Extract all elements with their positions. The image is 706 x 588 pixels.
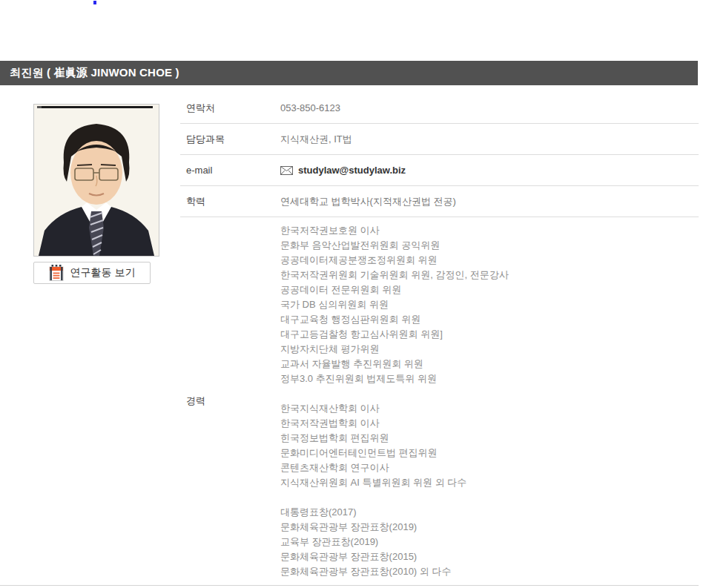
career-line: 문화부 음악산업발전위원회 공익위원 — [280, 238, 509, 253]
career-line: 한국저작권위원회 기술위원회 위원, 감정인, 전문강사 — [280, 268, 509, 283]
career-block-committees: 한국저작권보호원 이사문화부 음악산업발전위원회 공익위원공공데이터제공분쟁조정… — [280, 223, 509, 386]
career-line: 대통령표창(2017) — [280, 505, 509, 520]
research-activity-button-label: 연구활동 보기 — [70, 266, 136, 280]
envelope-icon — [280, 166, 293, 175]
career-value: 한국저작권보호원 이사문화부 음악산업발전위원회 공익위원공공데이터제공분쟁조정… — [280, 223, 509, 579]
profile-content: 연구활동 보기 연락처 053-850-6123 담당과목 지식재산권, IT법… — [0, 93, 699, 587]
education-label: 학력 — [180, 195, 280, 208]
career-line: 정부3.0 추진위원회 법제도특위 위원 — [280, 371, 509, 386]
email-link[interactable]: studylaw@studylaw.biz — [298, 165, 406, 176]
career-line: 문화미디어엔터테인먼트법 편집위원 — [280, 446, 509, 460]
career-line: 국가 DB 심의위원회 위원 — [280, 297, 509, 312]
career-line: 지식재산위원회 AI 특별위원회 위원 외 다수 — [280, 475, 509, 490]
contact-value: 053-850-6123 — [280, 102, 340, 113]
notepad-icon — [49, 265, 64, 281]
subjects-value: 지식재산권, IT법 — [280, 133, 352, 146]
career-row: 경력 한국저작권보호원 이사문화부 음악산업발전위원회 공익위원공공데이터제공분… — [180, 217, 699, 587]
blue-artifact-dot — [93, 1, 96, 4]
education-value: 연세대학교 법학박사(지적재산권법 전공) — [280, 195, 456, 208]
career-line: 교과서 자율발행 추진위원회 위원 — [280, 357, 509, 371]
table-bottom-divider — [0, 585, 699, 586]
profile-header-bar: 최진원 ( 崔眞源 JINWON CHOE ) — [0, 61, 698, 85]
contact-row: 연락처 053-850-6123 — [180, 93, 699, 124]
career-label: 경력 — [180, 394, 280, 408]
career-line: 한국저작권보호원 이사 — [280, 223, 509, 238]
contact-label: 연락처 — [180, 102, 280, 115]
info-table: 연락처 053-850-6123 담당과목 지식재산권, IT법 e-mail … — [180, 93, 699, 587]
subjects-label: 담당과목 — [180, 133, 280, 146]
career-line: 한국저작권법학회 이사 — [280, 416, 509, 431]
career-line: 문화체육관광부 장관표창(2015) — [280, 549, 509, 564]
career-line: 힌국정보법학회 편집위원 — [280, 431, 509, 446]
career-line: 대구고등검찰청 항고심사위원회 위원] — [280, 327, 509, 342]
subjects-row: 담당과목 지식재산권, IT법 — [180, 124, 699, 155]
career-block-societies: 한국지식재산학회 이사한국저작권법학회 이사힌국정보법학회 편집위원문화미디어엔… — [280, 401, 509, 490]
career-line: 공공데이터 전문위원회 위원 — [280, 283, 509, 297]
career-line: 한국지식재산학회 이사 — [280, 401, 509, 416]
education-row: 학력 연세대학교 법학박사(지적재산권법 전공) — [180, 186, 699, 217]
career-block-awards: 대통령표창(2017)문화체육관광부 장관표창(2019)교육부 장관표창(20… — [280, 505, 509, 579]
career-line: 공공데이터제공분쟁조정위원회 위원 — [280, 253, 509, 268]
career-line: 콘텐츠재산학회 연구이사 — [280, 460, 509, 475]
career-line: 교육부 장관표창(2019) — [280, 535, 509, 549]
career-line: 문화체육관광부 장관표창(2010) 외 다수 — [280, 564, 509, 579]
career-line: 대구교육청 행정심판위원회 위원 — [280, 312, 509, 327]
portrait-illustration — [34, 105, 159, 256]
portrait-photo — [33, 104, 159, 257]
research-activity-button[interactable]: 연구활동 보기 — [33, 262, 151, 284]
profile-name-title: 최진원 ( 崔眞源 JINWON CHOE ) — [10, 66, 179, 80]
email-row: e-mail studylaw@studylaw.biz — [180, 155, 699, 186]
career-line: 지방자치단체 평가위원 — [280, 342, 509, 357]
profile-left-column: 연구활동 보기 — [0, 93, 180, 587]
career-line: 문화체육관광부 장관표창(2019) — [280, 520, 509, 535]
email-label: e-mail — [180, 165, 280, 176]
